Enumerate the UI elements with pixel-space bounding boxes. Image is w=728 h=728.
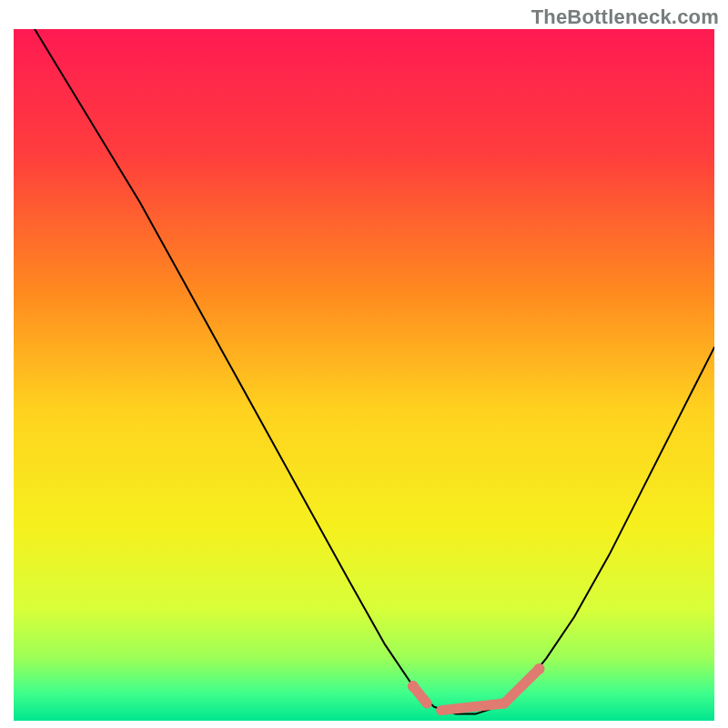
bottleneck-chart <box>14 29 714 721</box>
optimal-range-marker <box>533 663 544 674</box>
svg-rect-0 <box>14 29 714 721</box>
chart-background <box>14 29 714 721</box>
optimal-range-segment <box>441 703 504 711</box>
optimal-range-marker <box>408 681 419 692</box>
attribution-text: TheBottleneck.com <box>531 5 719 29</box>
